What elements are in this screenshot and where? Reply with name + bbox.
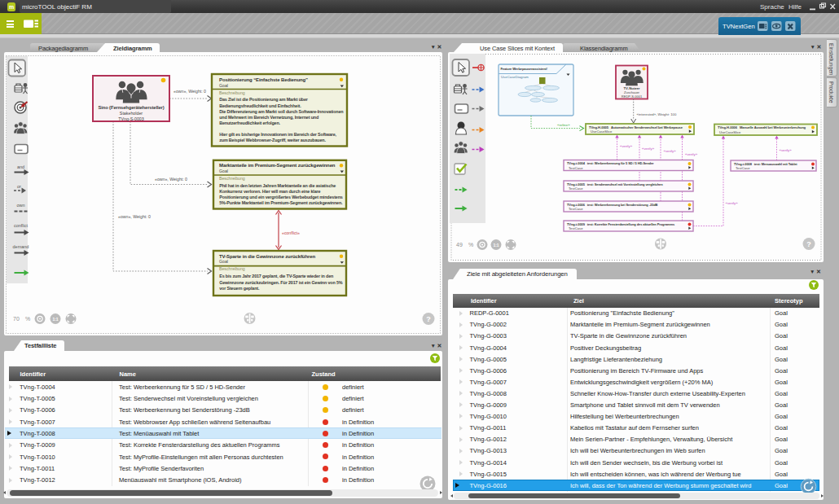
svg-text:«own», Weight: 0: «own», Weight: 0 <box>118 214 151 219</box>
svg-text:Konkurrenz verloren. Hier will: Konkurrenz verloren. Hier will man durch… <box>219 189 320 194</box>
svg-text:TVng-t-0005 test: Senderwech: TVng-t-0005 test: Senderwechsel mit Vore… <box>567 182 663 186</box>
svg-text:REDP-S-0001: REDP-S-0001 <box>622 94 643 99</box>
svg-text:TVng-t-0009 test: Korrekte F: TVng-t-0009 test: Korrekte Fensterdarste… <box>567 222 675 226</box>
svg-text:or: or <box>17 184 21 189</box>
svg-text:5%-Punkte Marktanteil im Premi: 5%-Punkte Marktanteil im Premium-Segment… <box>219 200 343 205</box>
svg-text:Phil hat in den letzten Jahren: Phil hat in den letzten Jahren Marktante… <box>219 183 336 188</box>
svg-text:TestCase: TestCase <box>736 166 750 170</box>
svg-text:UseCaseSlice: UseCaseSlice <box>719 130 741 134</box>
svg-text:vor Steuern geplant.: vor Steuern geplant. <box>219 286 260 291</box>
svg-text:«interested», Weight: 100: «interested», Weight: 100 <box>637 112 677 116</box>
svg-text:TestCase: TestCase <box>569 207 583 211</box>
svg-text:Gewinnzone zurückzubringen. Fü: Gewinnzone zurückzubringen. Für 2017 ist… <box>219 280 343 285</box>
svg-text:Goal: Goal <box>219 169 228 173</box>
svg-text:Bedienungsfreudlichkeit und Ei: Bedienungsfreudlichkeit und Einfachheit. <box>219 103 301 108</box>
svg-text:Goal: Goal <box>219 259 228 264</box>
svg-text:«refine»: «refine» <box>557 123 570 127</box>
svg-text:TVng-t-0008 test: Menuauswah: TVng-t-0008 test: Menuauswahl mit Tablet <box>734 162 797 166</box>
svg-text:1:1: 1:1 <box>52 317 58 322</box>
svg-text:TVng-H-0005 Automatischer Se: TVng-H-0005 Automatischer Senderwechsel … <box>589 125 683 129</box>
svg-text:49: 49 <box>456 242 463 248</box>
svg-text:Goal: Goal <box>219 83 228 88</box>
svg-text:TVng-t-0006 test: Werbeerken: TVng-t-0006 test: Werbeerkennung bei Sen… <box>567 203 657 207</box>
svg-text:Es bis zum Jahr 2017 geplant,: Es bis zum Jahr 2017 geplant, die TV-Spa… <box>219 274 333 278</box>
svg-text:and: and <box>17 164 24 169</box>
svg-text:und Mehrwert im Bereich Vernet: und Mehrwert im Bereich Vernetzung, Inte… <box>219 115 318 120</box>
svg-text:Sino (Fernsehgerätehersteller): Sino (Fernsehgerätehersteller) <box>98 105 164 110</box>
svg-text:Hier gilt es bisherige Innovat: Hier gilt es bisherige Innovationen im B… <box>219 132 336 137</box>
svg-text:«own», Weight: 0: «own», Weight: 0 <box>155 177 187 182</box>
svg-text:TVng-t-0004 test: Werbeerken: TVng-t-0004 test: Werbeerkennung für 5 S… <box>567 161 654 165</box>
svg-text:demand: demand <box>13 244 29 249</box>
svg-text:TV-Sparte in die Gewinnzone zu: TV-Sparte in die Gewinnzone zurückführen <box>219 254 315 259</box>
svg-text:70: 70 <box>13 316 20 322</box>
svg-text:%: % <box>25 316 30 322</box>
svg-text:Benutzerfreudlichkeit erfolgen: Benutzerfreudlichkeit erfolgen. <box>219 121 280 125</box>
svg-text:conflict: conflict <box>14 223 29 228</box>
svg-text:own: own <box>16 203 24 208</box>
svg-text:«verify»: «verify» <box>620 144 633 148</box>
svg-text:TestCase: TestCase <box>569 166 583 170</box>
svg-text:Marktanteile im Premium-Segmen: Marktanteile im Premium-Segment zurückge… <box>219 163 336 168</box>
svg-text:Beschreibung: Beschreibung <box>219 176 245 181</box>
svg-text:1:1: 1:1 <box>493 243 499 248</box>
svg-text:Beschreibung: Beschreibung <box>219 266 245 271</box>
svg-text:?: ? <box>426 315 431 323</box>
svg-text:«verify»: «verify» <box>685 152 698 156</box>
svg-text:UseCaseSlice: UseCaseSlice <box>591 129 613 134</box>
svg-text:Beschreibung: Beschreibung <box>219 90 245 95</box>
svg-text:«verify»: «verify» <box>726 201 739 205</box>
svg-text:«verify»: «verify» <box>664 149 677 153</box>
svg-text:«conflict»: «conflict» <box>282 230 300 235</box>
svg-text:Die Differenzierung am Markt s: Die Differenzierung am Markt soll durch … <box>219 109 343 114</box>
svg-text:«own», Weight: 0: «own», Weight: 0 <box>174 89 206 94</box>
svg-text:Stakeholder: Stakeholder <box>120 111 143 116</box>
svg-text:?: ? <box>806 240 811 248</box>
svg-text:TVng-S-0003: TVng-S-0003 <box>118 116 144 121</box>
svg-text:Positionierung und ein vergröß: Positionierung und ein vergrößertes Werb… <box>219 195 343 199</box>
svg-text:UseCaseDiagram: UseCaseDiagram <box>501 75 529 79</box>
svg-text:Das Ziel ist die Positionierun: Das Ziel ist die Positionierung am Markt… <box>219 97 309 102</box>
svg-text:zum Beispiel Webbrowser-Zugrif: zum Beispiel Webbrowser-Zugriff, weiter … <box>219 138 326 142</box>
svg-text:«verify»: «verify» <box>780 148 793 152</box>
svg-text:Feature Werbepausenassistent!: Feature Werbepausenassistent! <box>501 67 548 71</box>
svg-text:Positionierung “Einfachste Bed: Positionierung “Einfachste Bedienung” <box>219 77 308 82</box>
svg-text:TestCase: TestCase <box>569 226 583 230</box>
svg-text:%: % <box>468 242 473 248</box>
svg-text:TestCase: TestCase <box>569 186 583 191</box>
svg-text:TVng-H-0006 Manuelle Auswahl: TVng-H-0006 Manuelle Auswahl bei Werbeun… <box>718 125 806 129</box>
svg-text:«verify»: «verify» <box>642 147 655 151</box>
